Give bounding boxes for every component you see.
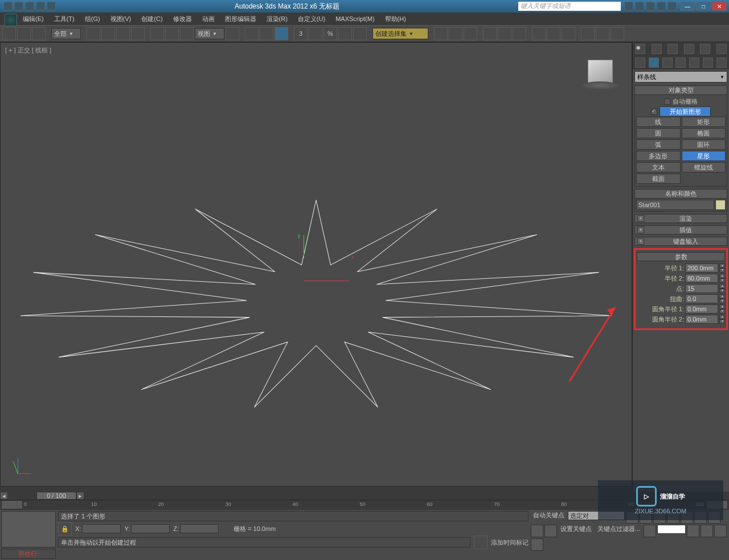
geometry-cat-icon[interactable] [635, 57, 645, 68]
viewcube[interactable] [580, 60, 620, 100]
select-window-icon[interactable] [131, 27, 145, 40]
menu-create[interactable]: 创建(C) [141, 15, 162, 23]
snap3-icon[interactable]: 3 [294, 27, 308, 40]
material-icon[interactable] [513, 27, 526, 40]
z-coord-input[interactable] [180, 524, 219, 533]
menu-modifiers[interactable]: 修改器 [173, 15, 192, 23]
modify-tab-icon[interactable] [652, 44, 662, 54]
teapot2-icon[interactable] [596, 27, 609, 40]
motion-tab-icon[interactable] [684, 44, 694, 54]
script-listener[interactable] [1, 511, 56, 547]
menu-edit[interactable]: 编辑(E) [23, 15, 44, 23]
manipulate-icon[interactable] [245, 27, 259, 40]
shape-btn-文本[interactable]: 文本 [636, 162, 681, 172]
keyboard-shortcut-icon[interactable] [260, 27, 273, 40]
menu-maxscript[interactable]: MAXScript(M) [335, 15, 374, 22]
radius1-input[interactable]: 200.0mm [685, 263, 718, 273]
app-menu-icon[interactable] [5, 14, 17, 26]
nav8-icon[interactable] [531, 538, 543, 551]
nav5-icon[interactable] [687, 525, 699, 537]
menu-view[interactable]: 视图(V) [110, 15, 132, 23]
edit-selection-icon[interactable] [353, 27, 367, 40]
shape-btn-弧[interactable]: 弧 [636, 139, 681, 150]
timeslider-next[interactable]: ▸ [76, 492, 84, 500]
shape-btn-圆环[interactable]: 圆环 [682, 139, 726, 150]
undo-icon[interactable] [36, 2, 45, 11]
start-new-shape-checkbox[interactable] [651, 109, 657, 115]
shape-btn-截面[interactable]: 截面 [636, 174, 681, 184]
close-button[interactable]: ✕ [712, 2, 727, 11]
create-tab-icon[interactable]: ✹ [635, 44, 645, 54]
mirror-icon[interactable] [434, 27, 448, 40]
menu-animation[interactable]: 动画 [202, 15, 215, 23]
viewport[interactable]: [ + ] 正交 [ 线框 ] x y [0, 42, 632, 492]
nav4-icon[interactable] [544, 525, 557, 537]
lock-icon[interactable]: 🔒 [58, 522, 72, 536]
timeslider-handle[interactable]: 0 / 100 [36, 492, 76, 500]
render-setup-icon[interactable] [532, 27, 546, 40]
shape-btn-椭圆[interactable]: 椭圆 [682, 128, 726, 138]
named-selection-dropdown[interactable]: 创建选择集▼ [372, 28, 428, 39]
timeline-btn-left[interactable] [1, 500, 23, 509]
teapot3-icon[interactable] [611, 27, 624, 40]
start-new-shape-button[interactable]: 开始新图形 [660, 106, 711, 117]
x-coord-input[interactable] [82, 524, 121, 533]
open-icon[interactable] [14, 2, 23, 11]
selection-filter-dropdown[interactable]: 全部▼ [51, 28, 81, 39]
tag-icon[interactable] [474, 536, 488, 549]
helpers-cat-icon[interactable] [689, 57, 699, 68]
shape-btn-线[interactable]: 线 [636, 117, 681, 127]
object-name-input[interactable]: Star001 [636, 200, 714, 210]
redo-icon[interactable] [47, 2, 56, 11]
bind-icon[interactable] [32, 27, 46, 40]
fillet1-input[interactable]: 0.0mm [685, 304, 718, 314]
shape-btn-多边形[interactable]: 多边形 [636, 151, 681, 161]
timeslider-prev[interactable]: ◂ [0, 492, 8, 500]
teapot-icon[interactable] [581, 27, 595, 40]
menu-rendering[interactable]: 渲染(R) [267, 15, 288, 23]
shapes-cat-icon[interactable] [649, 57, 659, 68]
keyfilter-button[interactable]: 关键点过滤器... [595, 525, 642, 534]
setkey-button[interactable]: 设置关键点 [558, 525, 594, 534]
menu-tools[interactable]: 工具(T) [54, 15, 75, 23]
unlink-icon[interactable] [17, 27, 31, 40]
auto-grid-checkbox[interactable] [664, 98, 670, 105]
maximize-button[interactable]: □ [696, 2, 711, 11]
keyboard-rollout[interactable]: +键盘输入 [634, 237, 727, 246]
menu-grapheditors[interactable]: 图形编辑器 [225, 15, 256, 23]
menu-help[interactable]: 帮助(H) [385, 15, 406, 23]
schematic-icon[interactable] [498, 27, 511, 40]
percent-snap-icon[interactable]: % [323, 27, 337, 40]
frame-input[interactable] [657, 525, 686, 534]
render-icon[interactable] [562, 27, 575, 40]
rotate-icon[interactable] [165, 27, 179, 40]
parameters-header[interactable]: 参数 [637, 252, 725, 261]
info-icon[interactable] [646, 2, 655, 11]
save-icon[interactable] [25, 2, 34, 11]
distort-spinner[interactable]: ▴▾ [719, 294, 725, 303]
radius1-spinner[interactable]: ▴▾ [719, 263, 725, 273]
fillet1-spinner[interactable]: ▴▾ [719, 304, 725, 314]
spinner-snap-icon[interactable] [338, 27, 352, 40]
subcategory-dropdown[interactable]: 样条线▼ [634, 71, 727, 83]
layers-icon[interactable] [464, 27, 477, 40]
render-rollout[interactable]: +渲染 [634, 214, 727, 223]
time-tag-label[interactable]: 添加时间标记 [491, 538, 529, 547]
points-input[interactable]: 15 [685, 284, 718, 293]
nav7-icon[interactable] [714, 525, 727, 537]
minimize-button[interactable]: — [680, 2, 695, 11]
menu-group[interactable]: 组(G) [85, 15, 100, 23]
fillet2-input[interactable]: 0.0mm [685, 315, 718, 324]
lights-cat-icon[interactable] [662, 57, 673, 68]
viewport-scrollbar[interactable] [0, 486, 632, 492]
distort-input[interactable]: 0.0 [685, 294, 718, 303]
pivot-icon[interactable] [226, 27, 239, 40]
help-icon[interactable] [624, 2, 633, 11]
radius2-spinner[interactable]: ▴▾ [719, 274, 725, 283]
star-icon[interactable] [635, 2, 644, 11]
align-icon[interactable] [449, 27, 462, 40]
spacewarps-cat-icon[interactable] [703, 57, 713, 68]
user-icon[interactable] [657, 2, 666, 11]
shape-btn-矩形[interactable]: 矩形 [682, 117, 726, 127]
display-tab-icon[interactable] [700, 44, 710, 54]
